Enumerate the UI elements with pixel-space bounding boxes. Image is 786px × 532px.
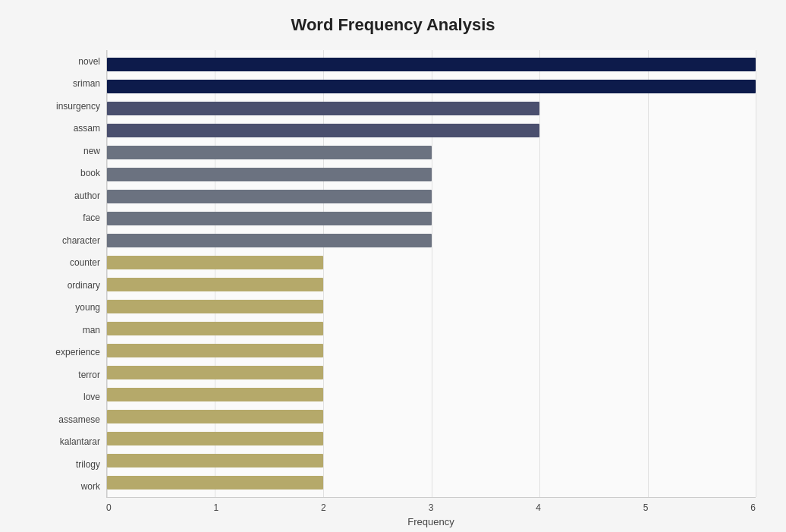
bar-row [107,474,756,491]
bar-row [107,276,756,293]
bar [107,256,323,269]
bar [107,168,432,181]
y-label: assam [30,124,100,133]
bar-row [107,452,756,469]
bar-row [107,408,756,425]
bar [107,432,323,445]
y-label: novel [30,57,100,66]
bar-row [107,166,756,183]
y-label: young [30,303,100,312]
y-label: man [30,326,100,335]
y-labels: novelsrimaninsurgencyassamnewbookauthorf… [30,50,106,498]
y-label: ordinary [30,281,100,290]
y-label: new [30,146,100,156]
y-label: author [30,191,100,200]
bar-row [107,364,756,381]
y-label: kalantarar [30,437,100,446]
bar [107,124,539,137]
y-label: experience [30,348,100,357]
bar-row [107,254,756,271]
chart-container: Word Frequency Analysis novelsrimaninsur… [0,0,786,532]
y-label: assamese [30,415,100,424]
x-tick: 2 [321,502,326,513]
bar [107,410,323,423]
y-label: sriman [30,79,100,88]
y-label: terror [30,370,100,379]
bar [107,454,323,467]
bar-row [107,298,756,315]
bar-row [107,56,756,73]
x-tick: 0 [106,502,112,513]
bar [107,388,323,401]
y-label: face [30,213,100,222]
bar [107,234,432,247]
bar [107,80,756,93]
bar [107,102,539,115]
y-label: character [30,236,100,245]
x-tick: 6 [750,502,756,513]
y-label: counter [30,258,100,267]
bar [107,366,323,379]
bar-row [107,78,756,95]
x-tick: 3 [429,502,434,513]
x-tick: 1 [214,502,219,513]
x-tick: 4 [536,502,541,513]
x-axis-label: Frequency [106,516,756,527]
bar [107,58,756,71]
y-label: book [30,168,100,178]
bar-row [107,188,756,205]
bar-row [107,386,756,403]
bar [107,146,432,159]
bar [107,322,323,335]
y-label: love [30,392,100,401]
bar [107,476,323,490]
x-axis: 0123456 [106,498,756,513]
grid-line [756,50,756,497]
chart-title: Word Frequency Analysis [30,15,756,35]
bars-container [107,50,756,497]
bar-row [107,320,756,337]
bar-row [107,122,756,139]
bar [107,300,323,313]
bar-row [107,100,756,117]
bar [107,344,323,357]
y-label: trilogy [30,460,100,469]
bar [107,212,432,225]
x-tick: 5 [643,502,649,513]
plot-area [106,50,756,498]
chart-area: novelsrimaninsurgencyassamnewbookauthorf… [30,50,756,498]
bar-row [107,144,756,161]
bar-row [107,342,756,359]
y-label: insurgency [30,102,100,111]
bar [107,278,323,291]
bar-row [107,232,756,249]
bar [107,190,432,203]
bar-row [107,430,756,447]
bar-row [107,210,756,227]
y-label: work [30,482,100,491]
